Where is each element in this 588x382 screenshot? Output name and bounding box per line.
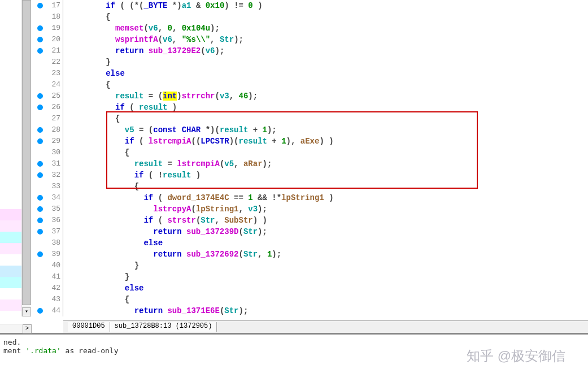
code-token: result bbox=[163, 171, 191, 180]
code-line[interactable]: return sub_13729E2(v6); bbox=[63, 45, 588, 57]
output-panel[interactable]: ned. ment '.rdata' as read-only bbox=[0, 333, 588, 382]
code-line[interactable]: if ( (*(_BYTE *)a1 & 0x10) != 0 ) bbox=[63, 0, 588, 11]
line-number-row[interactable]: 24 bbox=[32, 79, 63, 90]
breakpoint-dot-icon[interactable] bbox=[37, 25, 43, 31]
line-number: 20 bbox=[51, 34, 60, 45]
minimap-segment[interactable] bbox=[0, 288, 23, 299]
breakpoint-dot-icon[interactable] bbox=[37, 172, 43, 178]
minimap-segment[interactable] bbox=[0, 266, 23, 277]
breakpoint-dot-icon[interactable] bbox=[37, 195, 43, 201]
breakpoint-dot-icon[interactable] bbox=[37, 48, 43, 54]
code-line[interactable]: } bbox=[63, 271, 588, 283]
code-line[interactable]: v5 = (const CHAR *)(result + 1); bbox=[63, 124, 588, 136]
minimap-segment[interactable] bbox=[0, 243, 23, 254]
minimap-segment[interactable] bbox=[0, 277, 23, 288]
code-column[interactable]: if ( (*(_BYTE *)a1 & 0x10) != 0 ) { mems… bbox=[63, 0, 588, 316]
code-token: )( bbox=[229, 137, 239, 146]
minimap-segment[interactable] bbox=[0, 209, 23, 220]
line-number-row[interactable]: 18 bbox=[32, 11, 63, 23]
breakpoint-dot-icon[interactable] bbox=[37, 3, 43, 8]
code-line[interactable]: if ( lstrcmpiA((LPCSTR)(result + 1), aEx… bbox=[63, 136, 588, 147]
v-scrollbar-thumb[interactable] bbox=[22, 0, 31, 305]
code-line[interactable]: wsprintfA(v6, "%s\\", Str); bbox=[63, 34, 588, 45]
code-line[interactable]: else bbox=[63, 237, 588, 249]
code-line[interactable]: if ( !result ) bbox=[63, 170, 588, 181]
breakpoint-dot-icon[interactable] bbox=[37, 127, 43, 133]
line-number: 40 bbox=[51, 260, 60, 271]
line-number-row[interactable]: 35 bbox=[32, 203, 63, 215]
h-scrollbar-track[interactable]: > bbox=[0, 324, 32, 333]
line-number-row[interactable]: 21 bbox=[32, 45, 63, 57]
code-line[interactable]: } bbox=[63, 57, 588, 68]
breakpoint-dot-icon[interactable] bbox=[37, 206, 43, 212]
line-number-row[interactable]: 22 bbox=[32, 57, 63, 68]
code-line[interactable]: memset(v6, 0, 0x104u); bbox=[63, 23, 588, 34]
line-number-row[interactable]: 20 bbox=[32, 34, 63, 45]
code-line[interactable]: if ( strstr(Str, SubStr) ) bbox=[63, 215, 588, 226]
scroll-right-icon[interactable]: > bbox=[23, 324, 32, 333]
breakpoint-dot-icon[interactable] bbox=[37, 138, 43, 144]
breakpoint-dot-icon[interactable] bbox=[37, 37, 43, 42]
line-number-row[interactable]: 32 bbox=[32, 170, 63, 181]
minimap-segment[interactable] bbox=[0, 254, 23, 266]
code-line[interactable]: if ( dword_1374E4C == 1 && !*lpString1 ) bbox=[63, 192, 588, 203]
line-number-row[interactable]: 43 bbox=[32, 294, 63, 305]
line-number-row[interactable]: 40 bbox=[32, 260, 63, 271]
code-line[interactable]: result = (int)strrchr(v3, 46); bbox=[63, 90, 588, 102]
line-number-row[interactable]: 37 bbox=[32, 226, 63, 237]
line-number-row[interactable]: 34 bbox=[32, 192, 63, 203]
line-number-row[interactable]: 19 bbox=[32, 23, 63, 34]
breakpoint-dot-icon[interactable] bbox=[37, 308, 43, 314]
line-number-row[interactable]: 25 bbox=[32, 90, 63, 102]
code-line[interactable]: result = lstrcmpiA(v5, aRar); bbox=[63, 158, 588, 170]
code-token: (( bbox=[191, 137, 201, 146]
line-number-row[interactable]: 44 bbox=[32, 305, 63, 316]
code-line[interactable]: else bbox=[63, 68, 588, 79]
code-line[interactable]: { bbox=[63, 11, 588, 23]
code-line[interactable]: } bbox=[63, 260, 588, 271]
scroll-down-icon[interactable]: ▾ bbox=[22, 307, 31, 316]
line-number-row[interactable]: 29 bbox=[32, 136, 63, 147]
code-line[interactable]: if ( result ) bbox=[63, 102, 588, 113]
code-line[interactable]: { bbox=[63, 147, 588, 158]
code-token: { bbox=[106, 80, 110, 89]
minimap-segment[interactable] bbox=[0, 220, 23, 232]
breakpoint-dot-icon[interactable] bbox=[37, 105, 43, 110]
code-line[interactable]: { bbox=[63, 113, 588, 124]
code-line[interactable]: lstrcpyA(lpString1, v3); bbox=[63, 203, 588, 215]
minimap-segment[interactable] bbox=[0, 299, 23, 311]
code-line[interactable]: return sub_1371E6E(Str); bbox=[63, 305, 588, 316]
code-area[interactable]: 1718192021222324252627282930313233343536… bbox=[32, 0, 588, 333]
code-token: return bbox=[153, 227, 181, 236]
line-number-row[interactable]: 28 bbox=[32, 124, 63, 136]
code-line[interactable]: { bbox=[63, 79, 588, 90]
breakpoint-dot-icon[interactable] bbox=[37, 218, 43, 223]
line-number-row[interactable]: 39 bbox=[32, 249, 63, 260]
line-number-row[interactable]: 33 bbox=[32, 181, 63, 192]
code-token: Str bbox=[201, 216, 215, 225]
breakpoint-dot-icon[interactable] bbox=[37, 229, 43, 235]
line-number-row[interactable]: 31 bbox=[32, 158, 63, 170]
line-number-row[interactable]: 23 bbox=[32, 68, 63, 79]
breakpoint-dot-icon[interactable] bbox=[37, 161, 43, 167]
line-number-row[interactable]: 36 bbox=[32, 215, 63, 226]
code-line[interactable]: return sub_1372692(Str, 1); bbox=[63, 249, 588, 260]
line-number-row[interactable]: 26 bbox=[32, 102, 63, 113]
breakpoint-dot-icon[interactable] bbox=[37, 251, 43, 257]
code-line[interactable]: return sub_137239D(Str); bbox=[63, 226, 588, 237]
line-number-row[interactable]: 38 bbox=[32, 237, 63, 249]
line-number-row[interactable]: 17 bbox=[32, 0, 63, 11]
code-line[interactable]: else bbox=[63, 283, 588, 294]
code-token: a1 bbox=[182, 1, 191, 10]
code-line[interactable]: { bbox=[63, 294, 588, 305]
code-token: v3 bbox=[248, 205, 258, 214]
line-number-row[interactable]: 30 bbox=[32, 147, 63, 158]
breakpoint-dot-icon[interactable] bbox=[37, 93, 43, 99]
line-number-row[interactable]: 41 bbox=[32, 271, 63, 283]
code-token: ); bbox=[263, 159, 272, 168]
line-number-row[interactable]: 27 bbox=[32, 113, 63, 124]
code-line[interactable]: { bbox=[63, 181, 588, 192]
minimap-segment[interactable] bbox=[0, 232, 23, 243]
line-number-row[interactable]: 42 bbox=[32, 283, 63, 294]
v-scrollbar-track[interactable]: ▾ bbox=[21, 0, 31, 316]
